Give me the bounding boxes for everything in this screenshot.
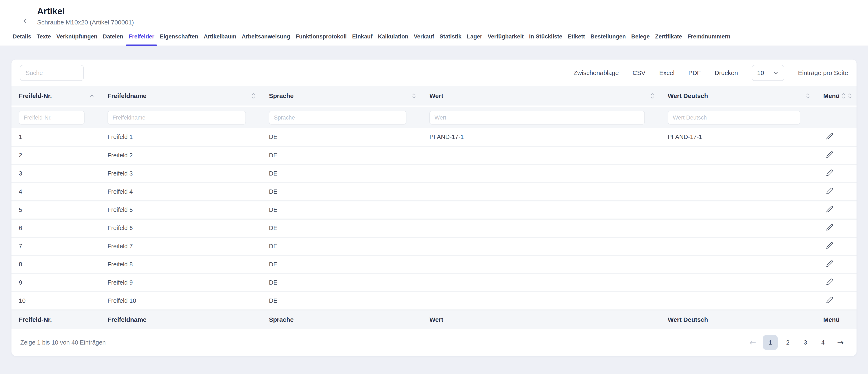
export-button[interactable]: Drucken bbox=[715, 69, 738, 77]
cell-wert bbox=[422, 255, 660, 274]
tab[interactable]: Bestellungen bbox=[588, 33, 628, 46]
export-button[interactable]: PDF bbox=[688, 69, 701, 77]
export-button[interactable]: CSV bbox=[632, 69, 646, 77]
column-header-wert[interactable]: Wert bbox=[422, 86, 660, 106]
filter-input-wert[interactable] bbox=[429, 111, 645, 124]
page-size-label: Einträge pro Seite bbox=[798, 69, 848, 77]
page-subtitle: Schraube M10x20 (Artikel 700001) bbox=[37, 19, 134, 26]
cell-wert bbox=[422, 201, 660, 219]
column-label: Freifeld-Nr. bbox=[19, 92, 52, 99]
page-number-button[interactable]: 2 bbox=[780, 335, 795, 350]
filter-input-sprache[interactable] bbox=[269, 111, 406, 124]
pencil-icon bbox=[826, 187, 833, 195]
next-page-button[interactable]: → bbox=[833, 335, 848, 350]
tab[interactable]: Details bbox=[10, 33, 34, 46]
tab[interactable]: Eigenschaften bbox=[157, 33, 201, 46]
filter-input-freifeldname[interactable] bbox=[107, 111, 246, 124]
edit-row-button[interactable] bbox=[826, 151, 833, 159]
cell-sprache: DE bbox=[261, 255, 422, 274]
edit-row-button[interactable] bbox=[826, 133, 833, 140]
filter-row bbox=[11, 106, 857, 128]
pencil-icon bbox=[826, 224, 833, 231]
tab[interactable]: Funktionsprotokoll bbox=[293, 33, 349, 46]
sort-icon[interactable] bbox=[847, 92, 852, 99]
pencil-icon bbox=[826, 296, 833, 304]
cell-freifeldname: Freifeld 5 bbox=[100, 201, 261, 219]
tab[interactable]: Texte bbox=[34, 33, 54, 46]
export-buttons: Zwischenablage CSV Excel PDF Drucken bbox=[574, 69, 738, 77]
column-header-freifeldname[interactable]: Freifeldname bbox=[100, 86, 261, 106]
tab-label: Verfügbarkeit bbox=[488, 33, 524, 40]
edit-row-button[interactable] bbox=[826, 242, 833, 249]
tab[interactable]: Arbeitsanweisung bbox=[239, 33, 293, 46]
edit-row-button[interactable] bbox=[826, 296, 833, 304]
edit-row-button[interactable] bbox=[826, 169, 833, 177]
cell-sprache: DE bbox=[261, 292, 422, 310]
tab[interactable]: Statistik bbox=[437, 33, 464, 46]
sort-asc-icon[interactable] bbox=[89, 93, 94, 99]
tab-label: Artikelbaum bbox=[204, 33, 236, 40]
cell-wert-deutsch: PFAND-17-1 bbox=[660, 128, 816, 146]
search-input[interactable] bbox=[20, 65, 84, 81]
column-header-menu[interactable]: Menü bbox=[816, 86, 857, 106]
tab[interactable]: In Stückliste bbox=[526, 33, 565, 46]
tab[interactable]: Zertifikate bbox=[652, 33, 685, 46]
back-button[interactable] bbox=[21, 16, 30, 26]
table-row: 10 Freifeld 10 DE bbox=[11, 292, 857, 310]
cell-sprache: DE bbox=[261, 201, 422, 219]
cell-freifeld-nr: 6 bbox=[11, 219, 100, 237]
tab[interactable]: Einkauf bbox=[349, 33, 375, 46]
page-number-label: 1 bbox=[769, 339, 772, 346]
column-header-sprache[interactable]: Sprache bbox=[261, 86, 422, 106]
cell-freifeld-nr: 5 bbox=[11, 201, 100, 219]
cell-wert bbox=[422, 274, 660, 292]
sort-icon[interactable] bbox=[650, 92, 655, 99]
cell-wert-deutsch bbox=[660, 219, 816, 237]
page-number-button[interactable]: 4 bbox=[815, 335, 830, 350]
edit-row-button[interactable] bbox=[826, 205, 833, 213]
page-number-button[interactable]: 1 bbox=[763, 335, 778, 350]
tab[interactable]: Verknüpfungen bbox=[54, 33, 100, 46]
table-row: 4 Freifeld 4 DE bbox=[11, 182, 857, 201]
tab[interactable]: Belege bbox=[628, 33, 653, 46]
table-footer-row: Freifeld-Nr. Freifeldname Sprache Wert W… bbox=[11, 310, 857, 329]
edit-row-button[interactable] bbox=[826, 278, 833, 286]
title-block: Artikel Schraube M10x20 (Artikel 700001) bbox=[37, 6, 134, 26]
sort-icon[interactable] bbox=[841, 92, 846, 99]
column-header-wert-deutsch[interactable]: Wert Deutsch bbox=[660, 86, 816, 106]
page-size-select[interactable]: 10 bbox=[752, 65, 784, 81]
sort-icon[interactable] bbox=[412, 92, 416, 99]
tab[interactable]: Dateien bbox=[100, 33, 126, 46]
edit-row-button[interactable] bbox=[826, 224, 833, 231]
export-button[interactable]: Zwischenablage bbox=[574, 69, 619, 77]
tab[interactable]: Fremdnummern bbox=[685, 33, 733, 46]
cell-sprache: DE bbox=[261, 165, 422, 182]
tab[interactable]: Verkauf bbox=[411, 33, 437, 46]
sort-icon[interactable] bbox=[251, 92, 256, 99]
tab-label: Dateien bbox=[103, 33, 123, 40]
tab[interactable]: Freifelder bbox=[126, 33, 157, 46]
edit-row-button[interactable] bbox=[826, 260, 833, 267]
tab-label: Texte bbox=[37, 33, 51, 40]
sort-icon[interactable] bbox=[806, 92, 810, 99]
cell-wert bbox=[422, 292, 660, 310]
page-number-button[interactable]: 3 bbox=[798, 335, 813, 350]
filter-input-freifeld-nr[interactable] bbox=[19, 111, 85, 124]
tab[interactable]: Lager bbox=[464, 33, 485, 46]
cell-wert-deutsch bbox=[660, 165, 816, 182]
cell-sprache: DE bbox=[261, 219, 422, 237]
edit-row-button[interactable] bbox=[826, 187, 833, 195]
tab-label: Verknüpfungen bbox=[56, 33, 97, 40]
tab-label: Fremdnummern bbox=[687, 33, 731, 40]
tab[interactable]: Verfügbarkeit bbox=[485, 33, 526, 46]
filter-input-wert-deutsch[interactable] bbox=[668, 111, 800, 124]
chevron-left-icon bbox=[22, 17, 29, 24]
cell-freifeld-nr: 7 bbox=[11, 237, 100, 255]
arrow-left-icon: ← bbox=[749, 338, 756, 347]
tab[interactable]: Etikett bbox=[565, 33, 588, 46]
previous-page-button[interactable]: ← bbox=[745, 335, 760, 350]
tab[interactable]: Artikelbaum bbox=[201, 33, 239, 46]
tab[interactable]: Kalkulation bbox=[375, 33, 411, 46]
export-button[interactable]: Excel bbox=[659, 69, 675, 77]
column-header-freifeld-nr[interactable]: Freifeld-Nr. bbox=[11, 86, 100, 106]
